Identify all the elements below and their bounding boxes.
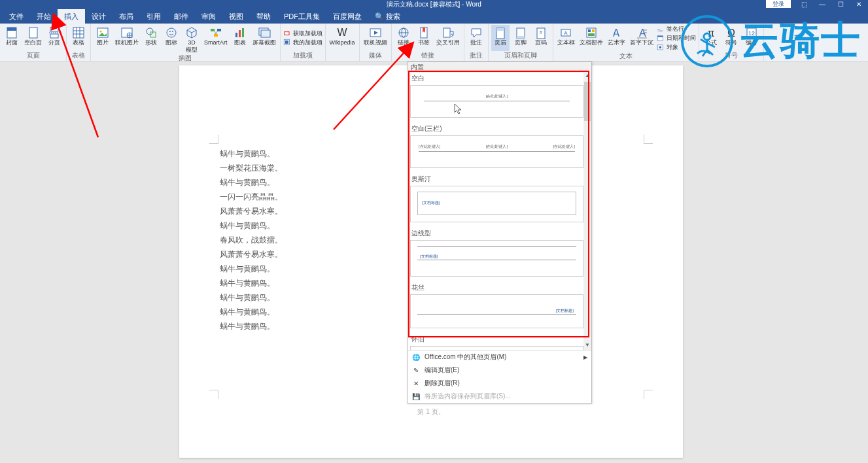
wordart-button[interactable]: A艺术字 xyxy=(606,25,627,52)
close-icon[interactable]: ✕ xyxy=(850,0,868,9)
cover-page-button[interactable]: 封面 xyxy=(3,25,21,51)
wikipedia-button[interactable]: WWikipedia xyxy=(328,25,356,60)
ribbon-group-链接: 链接书签交叉引用链接 xyxy=(392,24,464,61)
svg-rect-31 xyxy=(261,30,270,37)
svg-line-26 xyxy=(216,31,217,34)
wordart-icon: A xyxy=(610,26,623,39)
online-pic-button[interactable]: 联机图片 xyxy=(114,25,140,54)
tab-PDF工具集[interactable]: PDF工具集 xyxy=(277,9,326,24)
footer-edit-button[interactable]: ✎编辑页眉(E) xyxy=(408,364,591,377)
button-label: 文档部件 xyxy=(580,39,603,46)
tab-帮助[interactable]: 帮助 xyxy=(250,9,277,24)
text-line[interactable]: 蜗牛与黄鹂鸟。 xyxy=(220,262,283,276)
comment-button[interactable]: 批注 xyxy=(467,25,485,51)
footer-remove-button[interactable]: ✕删除页眉(R) xyxy=(408,377,591,390)
footer-button[interactable]: 页脚 xyxy=(512,25,530,51)
gallery-item-blank3[interactable]: 空白(三栏)[在此处键入][在此处键入][在此处键入] xyxy=(408,123,591,173)
myaddins-button[interactable]: 我的加载项 xyxy=(283,39,322,47)
header-button[interactable]: 页眉 xyxy=(491,25,510,51)
button-label: 首字下沉 xyxy=(630,39,653,46)
scroll-down-icon[interactable]: ▼ xyxy=(583,342,591,350)
tab-邮件[interactable]: 邮件 xyxy=(167,9,195,24)
gallery-item-retro[interactable]: 怀旧[文档标题] xyxy=(408,334,591,350)
pagenum-button[interactable]: #页码 xyxy=(532,25,550,51)
picture-button[interactable]: 图片 xyxy=(94,25,112,54)
page-number-footer: 第 1 页。 xyxy=(179,407,683,417)
blank-page-button[interactable]: 空白页 xyxy=(23,25,43,51)
page-break-button[interactable]: 分页 xyxy=(45,25,63,51)
ribbon-options-icon[interactable]: ⬚ xyxy=(795,0,813,9)
link-button[interactable]: 链接 xyxy=(394,25,413,51)
text-line[interactable]: 蜗牛与黄鹂鸟。 xyxy=(220,276,283,290)
document-text[interactable]: 蜗牛与黄鹂鸟。一树梨花压海棠。蜗牛与黄鹂鸟。一闪一闪亮晶晶。风萧萧兮易水寒。蜗牛… xyxy=(220,146,283,334)
tab-设计[interactable]: 设计 xyxy=(85,9,113,24)
gallery-item-blank[interactable]: 空白[在此处键入] xyxy=(408,73,591,123)
smartart-button[interactable]: SmartArt xyxy=(203,25,229,54)
text-line[interactable]: 一闪一闪亮晶晶。 xyxy=(220,190,283,204)
scroll-thumb[interactable] xyxy=(584,82,591,121)
dropcap-button[interactable]: A首字下沉 xyxy=(629,25,655,52)
table-icon xyxy=(72,26,85,39)
button-label: 书签 xyxy=(418,39,430,46)
tab-文件[interactable]: 文件 xyxy=(3,9,30,24)
tab-插入[interactable]: 插入 xyxy=(58,9,85,24)
text-line[interactable]: 风萧萧兮易水寒。 xyxy=(220,247,283,262)
chart-button[interactable]: 图表 xyxy=(231,25,249,54)
footer-save-button: 💾将所选内容保存到页眉库(S)... xyxy=(408,390,591,403)
svg-rect-54 xyxy=(588,33,595,36)
gallery-item-preview: [文档标题] xyxy=(410,346,583,350)
margin-corner xyxy=(644,135,653,144)
button-label: 页码 xyxy=(535,39,547,46)
tab-引用[interactable]: 引用 xyxy=(140,9,167,24)
screenshot-icon xyxy=(258,26,271,39)
gallery-section-title: 内置 xyxy=(408,62,591,73)
text-line[interactable]: 一树梨花压海棠。 xyxy=(220,161,283,175)
quickparts-icon xyxy=(585,26,598,39)
minimize-icon[interactable]: — xyxy=(813,0,831,9)
tab-开始[interactable]: 开始 xyxy=(30,9,58,24)
text-line[interactable]: 蜗牛与黄鹂鸟。 xyxy=(220,175,283,190)
group-label: 加载项 xyxy=(283,51,322,60)
ribbon-group-加载项: 获取加载项我的加载项加载项 xyxy=(281,24,326,61)
3d-model-button[interactable]: 3D模型 xyxy=(182,25,201,54)
table-button[interactable]: 表格 xyxy=(69,25,88,51)
button-label: 页眉 xyxy=(495,39,506,46)
text-line[interactable]: 蜗牛与黄鹂鸟。 xyxy=(220,146,283,161)
textbox-button[interactable]: A文本框 xyxy=(556,25,576,52)
scroll-up-icon[interactable]: ▲ xyxy=(583,73,591,80)
tab-布局[interactable]: 布局 xyxy=(113,9,140,24)
footer-office-button[interactable]: 🌐Office.com 中的其他页眉(M)▶ xyxy=(408,351,591,364)
gallery-item-label: 边线型 xyxy=(410,228,583,239)
text-line[interactable]: 蜗牛与黄鹂鸟。 xyxy=(220,305,283,319)
svg-rect-33 xyxy=(285,32,288,35)
button-label: 获取加载项 xyxy=(293,29,322,38)
icons-button[interactable]: 图标 xyxy=(162,25,181,54)
search-tab[interactable]: 🔍搜索 xyxy=(368,9,407,24)
tab-审阅[interactable]: 审阅 xyxy=(195,9,222,24)
gallery-item-austin[interactable]: 奥斯汀[文档标题] xyxy=(408,173,591,228)
text-line[interactable]: 蜗牛与黄鹂鸟。 xyxy=(220,290,283,305)
tab-百度网盘[interactable]: 百度网盘 xyxy=(326,9,368,24)
gallery-item-filigree[interactable]: 花丝[文档标题] xyxy=(408,282,591,334)
bookmark-button[interactable]: 书签 xyxy=(415,25,433,51)
tab-视图[interactable]: 视图 xyxy=(222,9,250,24)
svg-point-21 xyxy=(172,31,173,32)
text-line[interactable]: 风萧萧兮易水寒。 xyxy=(220,204,283,218)
shapes-button[interactable]: 形状 xyxy=(142,25,160,54)
gallery-list[interactable]: 空白[在此处键入]空白(三栏)[在此处键入][在此处键入][在此处键入]奥斯汀[… xyxy=(408,73,591,350)
screenshot-button[interactable]: 屏幕截图 xyxy=(251,25,277,54)
maximize-icon[interactable]: ☐ xyxy=(831,0,850,9)
login-button[interactable]: 登录 xyxy=(766,0,791,8)
button-label: 封面 xyxy=(6,39,18,46)
text-line[interactable]: 蜗牛与黄鹂鸟。 xyxy=(220,319,283,334)
quickparts-button[interactable]: 文档部件 xyxy=(578,25,604,52)
search-icon: 🔍 xyxy=(375,9,384,24)
crossref-button[interactable]: 交叉引用 xyxy=(435,25,461,51)
text-line[interactable]: 蜗牛与黄鹂鸟。 xyxy=(220,218,283,233)
text-line[interactable]: 春风吹，战鼓擂。 xyxy=(220,233,283,247)
gallery-item-sideline[interactable]: 边线型[文档标题] xyxy=(408,228,591,282)
store-button[interactable]: 获取加载项 xyxy=(283,29,322,38)
scrollbar[interactable]: ▲ ▼ xyxy=(583,73,591,350)
header-gallery-dropdown[interactable]: 内置 空白[在此处键入]空白(三栏)[在此处键入][在此处键入][在此处键入]奥… xyxy=(407,61,592,403)
online-video-button[interactable]: 联机视频 xyxy=(362,25,389,51)
